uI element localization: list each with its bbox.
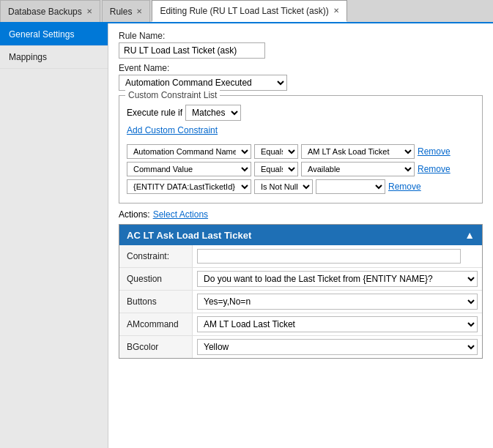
tab-db-backups-label: Database Backups [8,7,82,17]
action-question-label: Question [119,268,193,290]
sidebar-mappings-label: Mappings [9,52,47,62]
action-constraint-input[interactable] [197,249,461,264]
tab-editing-rule[interactable]: Editing Rule (RU LT Load Last Ticket (as… [152,0,346,22]
rule-name-label: Rule Name: [119,31,483,41]
constraint-remove-2[interactable]: Remove [388,182,421,192]
action-bgcolor-label: BGcolor [119,336,193,358]
constraint-value-1[interactable]: Available [301,162,415,176]
action-buttons-value: Yes=y,No=n [193,291,482,313]
execute-rule-select[interactable]: Matches [185,105,241,121]
action-block-body: Constraint: Question Do you want to load… [119,245,482,358]
action-row-question: Question Do you want to load the Last Ti… [119,268,482,291]
action-buttons-select[interactable]: Yes=y,No=n [197,294,478,310]
event-name-row: Event Name: Automation Command Executed [119,63,483,91]
constraint-operator-1[interactable]: Equals [254,162,298,176]
rule-name-input[interactable] [119,42,265,59]
constraint-field-2[interactable]: {ENTITY DATA:LastTicketId} [127,179,251,194]
action-row-buttons: Buttons Yes=y,No=n [119,291,482,313]
constraint-remove-0[interactable]: Remove [418,146,451,157]
constraint-row-0: Automation Command Name Equals AM LT Ask… [127,144,475,159]
tab-db-backups-close[interactable]: ✕ [86,7,92,15]
event-name-label: Event Name: [119,63,483,73]
action-block-header: AC LT Ask Load Last Ticket ▲ [119,225,482,245]
constraint-field-1[interactable]: Command Value [127,162,251,176]
constraint-operator-0[interactable]: Equals [254,144,298,159]
action-constraint-label: Constraint: [119,245,193,267]
tab-db-backups[interactable]: Database Backups ✕ [0,0,100,22]
constraint-box: Custom Constraint List Execute rule if M… [119,95,483,204]
sidebar-item-mappings[interactable]: Mappings [0,46,108,69]
constraint-value-2[interactable] [316,179,385,194]
tabs-bar: Database Backups ✕ Rules ✕ Editing Rule … [0,0,493,23]
constraint-row-1: Command Value Equals Available Remove [127,162,475,176]
action-bgcolor-value: Yellow [193,336,482,358]
action-row-bgcolor: BGcolor Yellow [119,336,482,358]
action-amcommand-value: AM LT Load Last Ticket [193,313,482,335]
action-amcommand-label: AMcommand [119,313,193,335]
constraint-operator-2[interactable]: Is Not Null [254,179,313,194]
constraint-field-0[interactable]: Automation Command Name [127,144,251,159]
sidebar-general-settings-label: General Settings [9,29,74,40]
constraint-box-title: Custom Constraint List [125,90,220,100]
execute-rule-row: Execute rule if Matches [127,105,475,121]
main-container: General Settings Mappings Rule Name: Eve… [0,23,493,448]
event-name-select[interactable]: Automation Command Executed [119,75,287,91]
add-constraint-link[interactable]: Add Custom Constraint [127,125,218,135]
actions-row: Actions: Select Actions [119,209,483,220]
actions-label: Actions: [119,209,150,220]
tab-rules[interactable]: Rules ✕ [102,0,151,22]
rule-name-row: Rule Name: [119,31,483,59]
action-block-title: AC LT Ask Load Last Ticket [127,230,251,241]
constraint-remove-1[interactable]: Remove [418,164,451,174]
sidebar: General Settings Mappings [0,23,108,448]
tab-editing-rule-label: Editing Rule (RU LT Load Last Ticket (as… [160,6,328,16]
select-actions-link[interactable]: Select Actions [153,209,208,220]
sidebar-item-general-settings[interactable]: General Settings [0,23,108,46]
action-question-value: Do you want to load the Last Ticket from… [193,268,482,290]
constraint-row-2: {ENTITY DATA:LastTicketId} Is Not Null R… [127,179,475,194]
execute-rule-label: Execute rule if [127,108,182,118]
tab-rules-close[interactable]: ✕ [136,7,142,15]
tab-editing-rule-close[interactable]: ✕ [333,7,339,15]
tab-rules-label: Rules [110,7,133,17]
content-area: Rule Name: Event Name: Automation Comman… [108,23,493,448]
action-row-amcommand: AMcommand AM LT Load Last Ticket [119,313,482,336]
action-block: AC LT Ask Load Last Ticket ▲ Constraint:… [119,224,483,359]
action-bgcolor-select[interactable]: Yellow [197,339,478,355]
action-block-collapse[interactable]: ▲ [464,229,475,241]
action-question-select[interactable]: Do you want to load the Last Ticket from… [197,271,478,287]
action-buttons-label: Buttons [119,291,193,313]
action-row-constraint: Constraint: [119,245,482,268]
action-constraint-value [193,246,482,266]
constraint-value-0[interactable]: AM LT Ask Load Ticket [301,144,415,159]
action-amcommand-select[interactable]: AM LT Load Last Ticket [197,316,478,332]
